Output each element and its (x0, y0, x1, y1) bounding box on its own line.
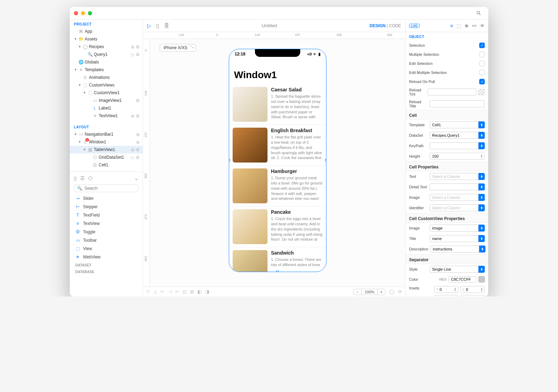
recipe-row[interactable]: Pancake1. Crack the eggs into a bowl and… (229, 206, 326, 247)
device-selector[interactable]: iPhone X/XS (160, 44, 196, 52)
tree-item-imageview1[interactable]: ▭ImageView1⚙ (70, 97, 143, 104)
resize-handle[interactable] (229, 49, 230, 50)
select[interactable]: name (430, 235, 478, 242)
select-button[interactable]: ▴▾ (478, 204, 485, 211)
select-button[interactable]: ▴▾ (478, 142, 485, 149)
select[interactable] (430, 142, 478, 149)
select[interactable] (430, 183, 478, 190)
chevron-down-icon[interactable]: ⌄ (134, 175, 138, 181)
add-icon[interactable]: ⊕ (136, 132, 140, 137)
search-icon[interactable] (476, 10, 481, 16)
add-icon[interactable]: ⊕ (131, 44, 135, 50)
select-button[interactable]: ▴▾ (479, 246, 485, 252)
gear-icon[interactable]: ⚙ (136, 52, 140, 57)
tree-item-label1[interactable]: LLabel1 (70, 104, 143, 112)
add-icon[interactable]: ⊕ (131, 113, 135, 119)
item-actions[interactable]: ▷⚙ (131, 155, 140, 160)
add-icon[interactable]: ⊕ (131, 147, 135, 152)
list-icon[interactable]: ≡ (450, 23, 453, 29)
align-icon[interactable]: ⊢ (161, 289, 165, 294)
resize-handle[interactable] (325, 49, 326, 50)
align-icon[interactable]: ⊞ (190, 289, 194, 294)
layers-icon[interactable]: ☰ (80, 175, 85, 181)
align-icon[interactable]: ▽ (146, 289, 150, 294)
checkbox[interactable]: ✓ (479, 43, 485, 48)
select-button[interactable]: ▴▾ (478, 132, 485, 139)
tree-item-navigationbar1[interactable]: ▼▭NavigationBar1⊕ (70, 130, 143, 138)
align-icon[interactable]: ⊥ (153, 289, 157, 294)
cube-icon[interactable]: ⬡ (88, 175, 92, 181)
code-tab[interactable]: CODE (389, 23, 401, 28)
device-preview[interactable]: 12:18 •ıllᯤ▮ Window1 Caesar Salad1. Spre… (229, 49, 326, 272)
resize-handle[interactable] (325, 271, 326, 272)
zoom-out[interactable]: − (354, 289, 361, 295)
select[interactable]: instructions (430, 246, 479, 252)
text-field[interactable] (430, 100, 485, 107)
select-button[interactable]: ▴▾ (478, 266, 485, 273)
fit-icon[interactable]: ⟳ (398, 289, 402, 294)
item-actions[interactable]: ⊕ (136, 140, 140, 145)
link-icon[interactable]: ⚯ (472, 23, 476, 29)
select[interactable]: Select a Column (430, 173, 478, 180)
tree-item-window1[interactable]: ▼▯1Window1⊕ (70, 138, 143, 146)
design-tab[interactable]: DESIGN (370, 23, 386, 28)
add-icon[interactable]: ⊕ (136, 140, 140, 145)
select[interactable]: Recipes.Query1 (430, 132, 478, 139)
recipe-row[interactable]: Caesar Salad1. Spread the baguette slice… (229, 84, 326, 125)
widget-stepper[interactable]: ⊢Stepper (73, 203, 140, 211)
gear-icon[interactable]: ⚙ (136, 147, 140, 152)
recipe-row[interactable]: English Breakfast1. Heat the flat grill … (229, 125, 326, 166)
inset-bottom[interactable]: B0▴▾ (434, 295, 458, 296)
checkbox[interactable] (479, 61, 485, 66)
select[interactable]: Single Line (430, 266, 478, 273)
resize-handle[interactable] (325, 159, 326, 161)
select-button[interactable]: ▴▾ (478, 173, 485, 180)
zoom-control[interactable]: −100%+ (353, 289, 386, 295)
tree-item-query1[interactable]: 🔍Query1▷⚙ (70, 51, 143, 58)
tree-item-cell1[interactable]: ⊡Cell1 (70, 161, 143, 169)
search-input[interactable] (84, 186, 137, 191)
select[interactable]: Select a Column (430, 194, 478, 201)
tree-item-tableview1[interactable]: ▼▤TableView1⊕⚙ (70, 146, 143, 153)
item-actions[interactable]: ⊕⚙ (131, 113, 140, 119)
align-icon[interactable]: ⊢ (175, 289, 179, 294)
item-actions[interactable]: ⚙ (136, 98, 140, 103)
gear-icon[interactable]: ⚙ (136, 155, 140, 160)
fit-icon[interactable]: ◯ (389, 289, 394, 294)
select-button[interactable]: ▴▾ (478, 194, 485, 201)
gear-icon[interactable]: ⚙ (136, 113, 140, 119)
tree-item-textview1[interactable]: ≡TextView1⊕⚙ (70, 112, 143, 120)
item-actions[interactable]: ⊕⚙ (131, 44, 140, 50)
minimize-button[interactable] (81, 11, 85, 15)
gear-icon[interactable]: ⚙ (136, 44, 140, 50)
select-button[interactable]: ▴▾ (478, 235, 485, 242)
widget-search[interactable]: 🔍 (74, 184, 138, 192)
tree-item-customview1[interactable]: ▼⬚CustomView1 (70, 89, 143, 97)
select-button[interactable]: ▴▾ (478, 225, 485, 232)
stepper[interactable]: 150▴▾ (430, 153, 485, 160)
tree-item-customviews[interactable]: ▼⬚CustomViews (70, 81, 143, 89)
maximize-button[interactable] (88, 11, 92, 15)
recipe-row[interactable]: Sandwich1. Choose a bread. There are lot… (229, 247, 326, 272)
widget-slider[interactable]: ⊸Slider (73, 194, 140, 203)
play-icon[interactable]: ▷ (131, 52, 135, 57)
align-icon[interactable]: ⊣ (168, 289, 172, 294)
widget-view[interactable]: ⬚View (73, 244, 140, 253)
close-button[interactable] (74, 11, 78, 15)
hex-field[interactable]: C8C7CCFF (448, 276, 476, 282)
align-icon[interactable]: ◧ (197, 289, 202, 294)
color-swatch[interactable] (478, 276, 485, 282)
canvas[interactable]: iPhone X/XS 12:18 •ıllᯤ▮ Window1 Caesar … (150, 39, 405, 287)
tree-item-assets[interactable]: ▼📁Assets (70, 35, 143, 43)
select[interactable]: image (430, 225, 478, 232)
inset-right[interactable]: R0▴▾ (460, 295, 485, 296)
phone-icon[interactable]: ▯ (74, 175, 77, 181)
checkbox[interactable]: ✓ (479, 79, 485, 84)
tree-item-templates[interactable]: ▼≡Templates (70, 66, 143, 74)
widget-toggle[interactable]: ⦿Toggle (73, 228, 140, 236)
checkbox[interactable] (479, 70, 485, 75)
color-field[interactable] (428, 89, 476, 96)
widget-textfield[interactable]: TTextField (73, 211, 140, 219)
tree-item-app[interactable]: ⌘App (70, 28, 143, 35)
resize-handle[interactable] (229, 271, 230, 272)
